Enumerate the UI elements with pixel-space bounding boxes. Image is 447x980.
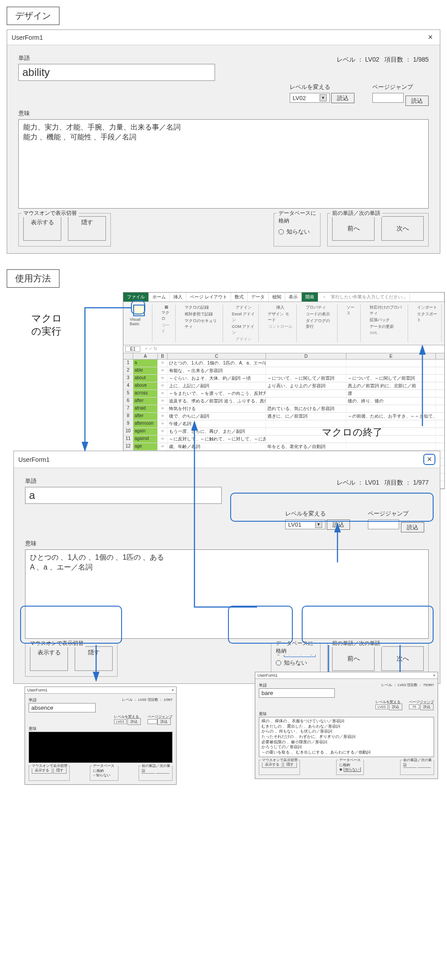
excel-row[interactable]: 11against○～に反対して、～に触れて、～に対して、～に反して、反範囲、及…	[123, 436, 444, 443]
page-jump-input-2[interactable]	[368, 519, 399, 529]
excel-row[interactable]: 8after○後で、のちに／副詞過ぎに、に／前置詞～の前後、ために、お手すき、～…	[123, 413, 444, 420]
level-load-button[interactable]: 読込	[331, 93, 354, 103]
excel-row[interactable]: 2able○有能な、～出来る／形容詞	[123, 367, 444, 375]
userform-usage: UserForm1 × 単語 a レベル ： LV01 項目数 ： 1/977 …	[13, 451, 440, 684]
page-jump-input[interactable]	[372, 93, 404, 103]
db-fieldset: データベースに格納 知っている 知らない	[274, 213, 320, 247]
tab-data[interactable]: データ	[248, 293, 269, 302]
annot-macro-run: マクロ の実行	[31, 312, 62, 338]
excel-row[interactable]: 5across○～をまたいで、～を渡って、～の向こう、反対方向に、～の全域渡	[123, 390, 444, 398]
show-button-2[interactable]: 表示する	[30, 646, 68, 671]
db-legend: データベースに格納	[277, 209, 320, 225]
prev-button[interactable]: 前へ	[332, 216, 375, 241]
level-label-2: レベルを変える	[285, 510, 350, 518]
userform-design: UserForm1 × 単語 ability レベル ： LV02 項目数 ： …	[7, 29, 440, 254]
level-combo[interactable]: LV02 ▼	[290, 93, 330, 103]
excel-row[interactable]: 12age○歳、年齢／名詞年をとる、老化する／自動詞	[123, 443, 444, 451]
word-label-2: 単語	[25, 477, 337, 485]
meaning-textbox[interactable]: 能力、実力、才能、手腕、力量、出来る事／名詞 能力 、機能 、可能性 、手段／名…	[18, 119, 429, 209]
hide-button-2[interactable]: 隠す	[75, 646, 113, 671]
jump-load-button[interactable]: 読込	[405, 96, 429, 106]
chevron-down-icon[interactable]: ▼	[320, 94, 327, 101]
word-input-2[interactable]: a	[25, 487, 222, 504]
tab-layout[interactable]: ページ レイアウト	[186, 293, 231, 302]
visual-basic-icon[interactable]	[133, 305, 145, 316]
meaning-textbox-2[interactable]: ひとつの 、1人の 、1個の 、1匹の 、ある A 、a 、エー／名詞	[25, 549, 429, 639]
tab-review[interactable]: 校閲	[269, 293, 285, 302]
show-button[interactable]: 表示する	[23, 216, 61, 241]
form-title-2: UserForm1	[18, 456, 50, 463]
chevron-down-icon-2[interactable]: ▼	[315, 521, 322, 528]
excel-tabs: ファイル ホーム 挿入 ページ レイアウト 数式 データ 校閲 表示 開発 ♀ …	[123, 293, 444, 302]
excel-row[interactable]: 9afternoon○午後／名詞	[123, 420, 444, 428]
hide-button[interactable]: 隠す	[68, 216, 106, 241]
mini-form-bare: UserForm1× 単語 bare レベル ： LV03 項目数 ： 75/9…	[255, 672, 438, 779]
tab-insert[interactable]: 挿入	[170, 293, 186, 302]
prev-button-2[interactable]: 前へ	[332, 646, 375, 671]
excel-row[interactable]: 6after○追及する、求める／前置詞 追う、ふりする、真似する／前置詞後の、終…	[123, 398, 444, 405]
mini-form-hidden: UserForm1× 単語 absence レベル ： LV03 項目数 ： 1…	[25, 687, 177, 785]
jump-label-2: ページジャンプ	[368, 510, 424, 518]
level-change-label: レベルを変える	[290, 83, 355, 91]
tab-home[interactable]: ホーム	[149, 293, 170, 302]
level-load-button-2[interactable]: 読込	[327, 519, 350, 530]
mini-meaning-bare[interactable]: 裸の 、裸体の 、衣服をつけていない／形容詞 むきだしの 、露出した 、あらわな…	[259, 717, 434, 757]
jump-load-button-2[interactable]: 読込	[401, 522, 424, 532]
close-icon-mini2[interactable]: ×	[433, 673, 435, 678]
meaning-label: 意味	[18, 109, 429, 117]
toggle-legend: マウスオンで表示切替	[21, 209, 79, 217]
excel-ribbon: Visual Basic ▦ マクロ コード マクロの記録 相対参照で記録 マク…	[123, 302, 444, 345]
excel-row[interactable]: 10again○もう一度、さらに、再び、また／副詞	[123, 428, 444, 436]
next-button-2[interactable]: 次へ	[381, 646, 424, 671]
tab-view[interactable]: 表示	[285, 293, 302, 302]
tab-developer[interactable]: 開発	[302, 293, 318, 302]
toggle-fieldset: マウスオンで表示切替 表示する 隠す	[18, 213, 111, 247]
name-box[interactable]: E1	[125, 346, 140, 352]
level-value: LV02	[293, 95, 306, 101]
nav-fieldset: 前の単語／次の単語 前へ 次へ	[327, 213, 429, 247]
close-icon-2[interactable]: ×	[423, 454, 435, 465]
level-combo-2[interactable]: LV01 ▼	[285, 519, 325, 529]
tell-me[interactable]: ♀ 実行したい作業を入力してください...	[318, 293, 444, 302]
tab-formula[interactable]: 数式	[231, 293, 248, 302]
meaning-label-2: 意味	[25, 540, 429, 548]
close-icon[interactable]: ×	[425, 33, 435, 42]
word-input[interactable]: ability	[18, 64, 215, 81]
macro-icon[interactable]: ▦	[164, 305, 169, 309]
mini-word-2[interactable]: bare	[259, 688, 335, 698]
mini-word-1[interactable]: absence	[29, 703, 96, 712]
tab-file[interactable]: ファイル	[123, 293, 149, 302]
section-design-label: デザイン	[7, 7, 59, 25]
status-text-2: レベル ： LV01 項目数 ： 1/977	[337, 479, 429, 487]
toggle-fieldset-2: マウスオンで表示切替 表示する 隠す	[25, 643, 118, 677]
radio-notknow-2[interactable]: 知らない	[276, 659, 316, 667]
status-text: レベル ： LV02 項目数 ： 1/985	[337, 56, 429, 64]
nav-legend: 前の単語／次の単語	[330, 209, 382, 217]
mini-meaning-hidden[interactable]	[29, 732, 173, 763]
page-jump-label: ページジャンプ	[372, 83, 429, 91]
form-title: UserForm1	[12, 34, 43, 41]
radio-notknow[interactable]: 知らない	[278, 228, 316, 236]
excel-row[interactable]: 7afraid○怖気を付ける恐れている、気にかける／形容詞	[123, 405, 444, 413]
next-button[interactable]: 次へ	[381, 216, 424, 241]
excel-row[interactable]: 3about○～ぐらい、およそ、大体、約／副詞 ～頃～について、～に関して／前置…	[123, 375, 444, 382]
excel-row[interactable]: 4above○上に、上記に／副詞より高い、より上の／形容詞真上の／前置詞 約に、…	[123, 382, 444, 390]
close-icon-mini1[interactable]: ×	[172, 688, 174, 692]
excel-row[interactable]: 1a○ひとつの、1人の、1個の、1匹の、A、a、エー/名詞	[123, 360, 444, 367]
word-label: 単語	[18, 54, 337, 62]
section-usage-label: 使用方法	[7, 269, 59, 288]
